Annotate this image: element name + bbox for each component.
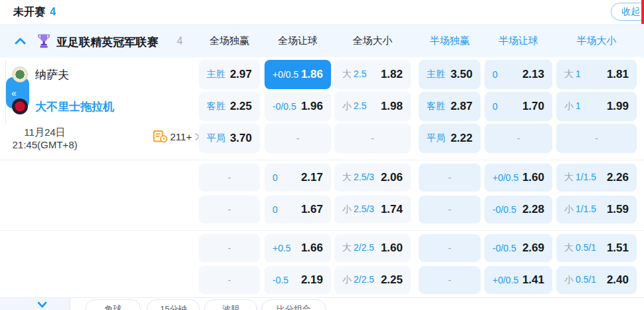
odds-value: 1.59 bbox=[607, 203, 629, 216]
odds-label-prefix: 小 bbox=[342, 274, 352, 285]
odds-cell[interactable]: +0/0.51.60 bbox=[484, 164, 552, 192]
odds-label: 主胜 bbox=[427, 69, 445, 80]
odds-label: 小0.5/1 bbox=[564, 274, 596, 286]
odds-label: +0/0.5 bbox=[492, 275, 518, 285]
odds-cell-selected[interactable]: +0/0.51.86 bbox=[265, 60, 331, 89]
divider bbox=[0, 160, 644, 160]
odds-cell[interactable]: +0/0.51.41 bbox=[484, 266, 552, 294]
odds-value: 2.22 bbox=[451, 132, 473, 145]
odds-value: 1.86 bbox=[301, 68, 323, 81]
home-team-row[interactable]: 纳萨夫 bbox=[12, 67, 69, 82]
odds-cell[interactable]: 小1/1.51.59 bbox=[556, 196, 637, 224]
odds-cell[interactable]: -0/0.52.69 bbox=[484, 234, 552, 262]
odds-cell[interactable]: 大2.51.82 bbox=[334, 60, 411, 89]
odds-cell[interactable]: 客胜2.25 bbox=[199, 92, 260, 121]
odds-label-prefix: 小 bbox=[564, 100, 574, 111]
odds-cell[interactable]: 大1/1.52.26 bbox=[556, 164, 637, 192]
odds-cell[interactable]: 小2.51.98 bbox=[334, 92, 411, 121]
odds-value: 1.66 bbox=[301, 241, 323, 255]
odds-cell[interactable]: 02.17 bbox=[265, 164, 331, 192]
odds-cell-empty: - bbox=[199, 196, 260, 224]
odds-panel: 未开赛4 收起 亚足联精英冠军联赛 4 全场独赢全场让球全场大小半场独赢半场让球… bbox=[0, 0, 644, 310]
chevron-up-icon[interactable] bbox=[15, 37, 26, 45]
odds-label: 主胜 bbox=[207, 69, 225, 80]
empty-odds-placeholder: - bbox=[296, 133, 300, 144]
odds-label-text: 1 bbox=[576, 100, 581, 111]
odds-cell[interactable]: 主胜2.97 bbox=[199, 60, 260, 89]
odds-label: 大2.5 bbox=[342, 69, 366, 80]
odds-cell[interactable]: 小2.5/31.74 bbox=[334, 196, 411, 224]
odds-label: 小1 bbox=[564, 100, 581, 112]
odds-label-text: 主胜 bbox=[207, 69, 225, 79]
odds-label-text: 2.5/3 bbox=[354, 172, 374, 182]
top-bar: 未开赛4 收起 bbox=[0, 0, 644, 24]
market-filter-pill-1[interactable]: 15分钟 bbox=[147, 299, 200, 310]
odds-label: 大1 bbox=[564, 69, 581, 80]
odds-cell[interactable]: 客胜2.87 bbox=[419, 92, 481, 121]
match-date: 11月24日 bbox=[7, 126, 83, 138]
odds-label: 小1/1.5 bbox=[564, 204, 596, 216]
odds-cell-empty: - bbox=[199, 266, 260, 294]
odds-cell[interactable]: 小2/2.52.25 bbox=[334, 266, 411, 294]
odds-value: 1.67 bbox=[301, 203, 323, 216]
odds-value: 1.98 bbox=[381, 100, 403, 113]
odds-label-text: -0.5 bbox=[272, 275, 288, 285]
odds-label-text: +0/0.5 bbox=[492, 275, 518, 285]
odds-label-text: 客胜 bbox=[207, 100, 225, 111]
odds-cell[interactable]: 01.70 bbox=[484, 92, 552, 121]
double-chevron-left-icon: « bbox=[11, 88, 17, 98]
odds-label: -0/0.5 bbox=[492, 204, 516, 215]
odds-cell[interactable]: 主胜3.50 bbox=[419, 60, 481, 89]
away-team-row[interactable]: 大不里士拖拉机 bbox=[12, 98, 114, 114]
odds-cell[interactable]: 02.13 bbox=[484, 60, 552, 89]
league-match-count: 4 bbox=[177, 35, 183, 47]
odds-label-prefix: 小 bbox=[342, 100, 352, 111]
market-filter-pill-0[interactable]: 角球 bbox=[85, 299, 141, 310]
odds-label: 小2.5/3 bbox=[342, 204, 374, 216]
odds-label-text: 平局 bbox=[427, 132, 445, 143]
odds-value: 2.25 bbox=[381, 273, 403, 287]
more-markets-link[interactable]: 211+ bbox=[153, 130, 201, 143]
odds-cell[interactable]: 大0.5/11.51 bbox=[556, 234, 637, 262]
chevron-down-icon[interactable] bbox=[37, 301, 47, 308]
empty-odds-placeholder: - bbox=[448, 243, 451, 253]
odds-cell[interactable]: 小11.99 bbox=[556, 92, 637, 121]
odds-cell[interactable]: 大2/2.51.60 bbox=[334, 234, 411, 262]
odds-cell[interactable]: 小0.5/12.40 bbox=[556, 266, 637, 294]
odds-cell[interactable]: 平局3.70 bbox=[199, 124, 260, 153]
odds-cell[interactable]: -0.52.19 bbox=[265, 266, 331, 294]
odds-cell[interactable]: +0.51.66 bbox=[265, 234, 331, 262]
odds-value: 2.06 bbox=[381, 171, 403, 184]
odds-cell[interactable]: -0/0.52.28 bbox=[484, 196, 552, 224]
odds-cell-empty: - bbox=[419, 266, 481, 294]
odds-cell-empty: - bbox=[265, 124, 331, 153]
odds-label-text: 主胜 bbox=[427, 69, 445, 79]
odds-cell[interactable]: 大2.5/32.06 bbox=[334, 164, 411, 192]
odds-label: 小2/2.5 bbox=[342, 274, 374, 286]
odds-label-text: 1/1.5 bbox=[576, 204, 596, 214]
odds-value: 2.97 bbox=[230, 68, 252, 81]
league-header-row: 亚足联精英冠军联赛 4 全场独赢全场让球全场大小半场独赢半场让球半场大小 bbox=[0, 25, 644, 57]
column-header-1: 全场让球 bbox=[265, 35, 331, 47]
divider bbox=[0, 230, 644, 231]
match-datetime: 11月24日 21:45(GMT+8) bbox=[7, 126, 83, 151]
odds-cell-empty: - bbox=[419, 196, 481, 224]
match-time: 21:45(GMT+8) bbox=[7, 138, 83, 151]
odds-cell[interactable]: -0/0.51.96 bbox=[265, 92, 331, 121]
status-label: 未开赛 bbox=[13, 6, 45, 17]
odds-value: 3.50 bbox=[451, 68, 473, 81]
odds-label: 平局 bbox=[427, 132, 445, 144]
odds-label: 0 bbox=[492, 69, 498, 80]
market-filter-pill-2[interactable]: 波胆 bbox=[204, 299, 257, 310]
odds-cell[interactable]: 平局2.22 bbox=[419, 124, 481, 153]
odds-value: 2.28 bbox=[522, 203, 544, 216]
odds-cell[interactable]: 大11.81 bbox=[556, 60, 637, 89]
market-filter-pill-3[interactable]: 比分组合 bbox=[261, 299, 326, 310]
odds-label: 大2.5/3 bbox=[342, 172, 374, 184]
empty-odds-placeholder: - bbox=[228, 204, 231, 215]
odds-value: 2.40 bbox=[607, 273, 629, 287]
collapse-all-button[interactable]: 收起 bbox=[611, 3, 644, 21]
odds-cell[interactable]: 01.67 bbox=[265, 196, 331, 224]
odds-value: 2.13 bbox=[522, 68, 544, 81]
odds-label-text: 1/1.5 bbox=[576, 172, 596, 182]
